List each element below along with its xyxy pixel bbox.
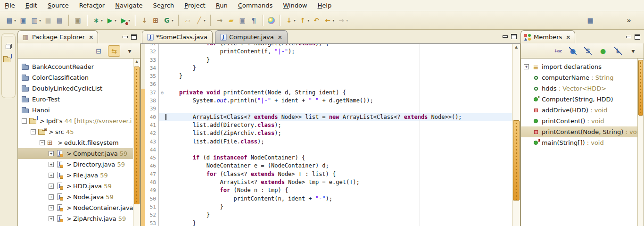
- code-text[interactable]: printContent(n, ident + "-");: [165, 195, 512, 203]
- code-text[interactable]: printContent(f, "|-");: [165, 48, 512, 56]
- maximize-icon[interactable]: [635, 34, 640, 40]
- code-line[interactable]: 40 ArrayList<Class<? extends Node>> list…: [141, 113, 512, 121]
- code-text[interactable]: for (Class<? extends Node> T : list) {: [165, 170, 512, 178]
- quick-diff-ruler[interactable]: [141, 211, 145, 219]
- dropdown-arrow-icon[interactable]: ▾: [128, 18, 130, 23]
- menu-refactor[interactable]: Refactor: [79, 2, 105, 9]
- code-line[interactable]: 34 }: [141, 64, 512, 72]
- scrollbar-thumb[interactable]: [134, 67, 140, 204]
- code-text[interactable]: NodeContainer e = (NodeContainer) d;: [165, 162, 512, 170]
- link-with-editor-button[interactable]: ⇆: [108, 45, 120, 57]
- save-as-button[interactable]: ▣: [18, 14, 28, 26]
- code-line-main[interactable]: ⊖ private void printContent(Node d, Stri…: [159, 89, 512, 97]
- new-wizard-button[interactable]: ▤▾: [4, 14, 17, 26]
- highlight-marker-button[interactable]: ▰: [226, 14, 236, 26]
- code-line-main[interactable]: }: [159, 72, 512, 80]
- expand-icon[interactable]: +: [49, 216, 54, 221]
- open-resource-button[interactable]: ▱: [182, 14, 193, 26]
- new-java-project-button[interactable]: ⊞: [150, 14, 161, 26]
- code-text[interactable]: System.out.println("|-" + ident + " " + …: [165, 97, 512, 105]
- tree-item-directory-java[interactable]: +J>Directory.java 59: [18, 159, 133, 170]
- code-line[interactable]: 31 for (File f : hdd.get(File.class)) {: [141, 44, 512, 48]
- code-line-main[interactable]: for (File f : hdd.get(File.class)) {: [159, 44, 512, 48]
- code-line[interactable]: 38 System.out.println("|-" + ident + " "…: [141, 97, 512, 105]
- code-line-main[interactable]: printContent(n, ident + "-");: [159, 195, 512, 203]
- quick-diff-ruler[interactable]: [141, 113, 145, 121]
- tree-item-hanoi[interactable]: Hanoi: [18, 105, 133, 116]
- code-line-main[interactable]: list.add(Directory.class);: [159, 121, 512, 129]
- scroll-up-icon[interactable]: ▲: [133, 59, 140, 65]
- code-line-main[interactable]: System.out.println("|-" + ident + " " + …: [159, 97, 512, 105]
- tree-item-ipdfs[interactable]: −J>IpdFs 44 [https://svnserver.i: [18, 116, 133, 126]
- dropdown-arrow-icon[interactable]: ▾: [294, 18, 296, 23]
- code-line[interactable]: 37⊖ private void printContent(Node d, St…: [141, 89, 512, 97]
- dropdown-arrow-icon[interactable]: ▾: [332, 18, 334, 23]
- code-line[interactable]: 39: [141, 105, 512, 113]
- show-public-members-button[interactable]: ●: [597, 46, 609, 56]
- run-button[interactable]: ▶▾: [105, 14, 117, 26]
- editor-tab-computer-java[interactable]: JComputer.java×: [215, 30, 288, 43]
- code-text[interactable]: list.add(ZipArchiv.class);: [165, 129, 512, 137]
- restore-fast-view-icon[interactable]: [6, 44, 12, 49]
- quick-diff-ruler[interactable]: [141, 48, 145, 56]
- package-explorer-scrollbar[interactable]: ▲: [133, 59, 140, 226]
- menu-edit[interactable]: Edit: [25, 2, 37, 9]
- expand-icon[interactable]: +: [49, 194, 54, 200]
- minimize-icon[interactable]: [503, 35, 508, 38]
- code-line[interactable]: 53 }: [141, 219, 512, 226]
- code-line[interactable]: 33 }: [141, 56, 512, 64]
- debug-button[interactable]: ∗▾: [91, 14, 104, 26]
- members-scrollbar[interactable]: [637, 59, 644, 226]
- member-item-adddrive-hdd[interactable]: addDrive(HDD) : void: [521, 105, 637, 116]
- expand-icon[interactable]: +: [524, 64, 529, 69]
- menu-run[interactable]: Run: [216, 2, 228, 9]
- tab-package-explorer[interactable]: ▦ Package Explorer ×: [17, 30, 98, 43]
- code-line[interactable]: 50 printContent(n, ident + "-");: [141, 195, 512, 203]
- quick-diff-ruler[interactable]: [141, 154, 145, 162]
- code-line-main[interactable]: if (d instanceof NodeContainer) {: [159, 154, 512, 162]
- code-text[interactable]: [165, 105, 512, 113]
- tree-item-euro-test[interactable]: Euro-Test: [18, 94, 133, 105]
- expand-icon[interactable]: +: [49, 162, 54, 167]
- quick-diff-ruler[interactable]: [141, 219, 145, 226]
- code-text[interactable]: [165, 146, 512, 154]
- import-wizard-button[interactable]: ↓: [139, 14, 149, 26]
- copy-to-clipboard-button[interactable]: ▣: [73, 14, 83, 26]
- code-area[interactable]: 31 for (File f : hdd.get(File.class)) {3…: [141, 44, 512, 226]
- code-text[interactable]: for (Node n : tmp) {: [165, 186, 512, 194]
- tree-item-hdd-java[interactable]: +J>HDD.java 59: [18, 181, 133, 192]
- code-line-main[interactable]: }: [159, 211, 512, 219]
- quick-diff-ruler[interactable]: [141, 56, 145, 64]
- view-menu-button[interactable]: ▾: [627, 46, 639, 56]
- close-icon[interactable]: ×: [566, 34, 570, 41]
- annotation-jump-button[interactable]: →: [215, 14, 225, 26]
- menu-project[interactable]: Project: [184, 2, 206, 9]
- editor-tab-someclass-java[interactable]: J*SomeClass.java: [142, 30, 213, 43]
- tree-item-edu-kit-filesystem[interactable]: −⊞>edu.kit.filesystem: [18, 137, 133, 148]
- minimize-icon[interactable]: [123, 36, 128, 38]
- menu-navigate[interactable]: Navigate: [115, 2, 142, 9]
- code-line-main[interactable]: printContent(f, "|-");: [159, 48, 512, 56]
- tree-item-bankaccountreader[interactable]: BankAccountReader: [18, 61, 133, 72]
- quick-diff-ruler[interactable]: [141, 186, 145, 194]
- refresh-button[interactable]: G▾: [162, 14, 174, 26]
- dropdown-arrow-icon[interactable]: ▾: [115, 18, 116, 23]
- menu-file[interactable]: File: [5, 2, 15, 9]
- member-item-computername[interactable]: computerName : String: [521, 72, 637, 83]
- member-item-hdds[interactable]: hdds : Vector<HDD>: [521, 83, 637, 94]
- member-item-printcontent-node-string[interactable]: printContent(Node, String) : void: [521, 126, 637, 137]
- menu-commands[interactable]: Commands: [238, 2, 273, 9]
- open-perspective-button[interactable]: ▦: [585, 14, 595, 26]
- maximize-icon[interactable]: [511, 34, 517, 39]
- code-line-main[interactable]: }: [159, 203, 512, 211]
- view-menu-button[interactable]: ▾: [124, 46, 135, 56]
- quick-diff-ruler[interactable]: [141, 64, 145, 72]
- hide-static-members-button[interactable]: S: [582, 46, 594, 56]
- code-line-main[interactable]: NodeContainer e = (NodeContainer) d;: [159, 162, 512, 170]
- show-selected-element-button[interactable]: ▣: [237, 14, 248, 26]
- dropdown-arrow-icon[interactable]: ▾: [204, 18, 206, 23]
- code-line-main[interactable]: }: [159, 219, 512, 226]
- previous-annotation-button[interactable]: ↑▾: [297, 14, 310, 26]
- last-edit-location-button[interactable]: ↶: [311, 14, 322, 26]
- tree-item-ziparchiv-java[interactable]: +J>ZipArchiv.java 59: [18, 213, 133, 224]
